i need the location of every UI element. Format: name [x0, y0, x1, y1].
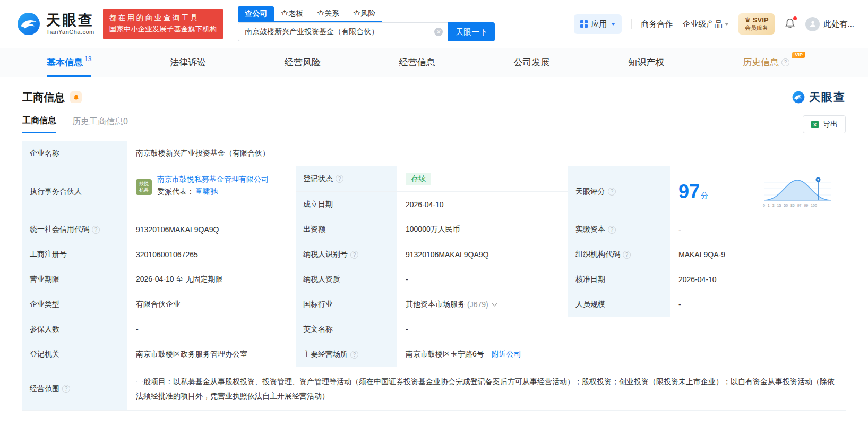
- help-icon[interactable]: ?: [608, 188, 616, 196]
- registry-label: 登记机关: [22, 342, 127, 367]
- help-icon[interactable]: ?: [608, 226, 616, 234]
- tax-quality-label: 纳税人资质: [296, 267, 397, 292]
- tab-history-info[interactable]: 历史信息 ? VIP: [743, 48, 789, 77]
- tab-basic-info[interactable]: 基本信息 13: [47, 48, 91, 77]
- industry-label: 国标行业: [296, 292, 397, 317]
- company-name-label: 企业名称: [22, 141, 127, 166]
- org-code-value: MAKAL9QA-9: [670, 242, 846, 267]
- status-label: 登记状态?: [296, 166, 397, 191]
- banner-line2: 国家中小企业发展子基金旗下机构: [109, 24, 217, 35]
- banner-line1: 都在用的商业查询工具: [109, 13, 217, 24]
- rep-person-link[interactable]: 童啸驰: [195, 187, 218, 197]
- apps-grid-icon: [580, 20, 588, 28]
- wave-logo-icon: [792, 90, 805, 104]
- search-tab-company[interactable]: 查公司: [238, 6, 274, 22]
- partner-middle-block: 登记状态? 存续 成立日期 2026-04-10: [296, 166, 568, 217]
- company-nav-tabs: 基本信息 13 法律诉讼 经营风险 经营信息 公司发展 知识产权 历史信息 ? …: [0, 48, 868, 77]
- excel-icon: X: [811, 120, 819, 129]
- svip-sublabel: 会员服务: [745, 24, 769, 32]
- fund-label: 出资额: [296, 217, 397, 242]
- rep-label: 委派代表：: [157, 187, 194, 197]
- chevron-down-icon[interactable]: [492, 301, 497, 306]
- help-icon[interactable]: ?: [781, 58, 789, 66]
- help-icon[interactable]: ?: [350, 351, 358, 359]
- table-row: 登记机关 南京市鼓楼区政务服务管理办公室 主要经营场所? 南京市鼓楼区玉宁路6号…: [22, 342, 846, 367]
- chevron-down-icon: [725, 23, 729, 26]
- search-area: 查公司 查老板 查关系 查风险 ✕ 天眼一下: [238, 6, 495, 41]
- search-input[interactable]: [238, 22, 448, 41]
- svip-membership-button[interactable]: ♛ SVIP 会员服务: [738, 13, 775, 35]
- scope-label: 经营范围?: [22, 367, 127, 410]
- section-header: 工商信息 天眼查: [0, 77, 868, 105]
- business-cooperation-link[interactable]: 商务合作: [641, 19, 673, 29]
- sub-tabs: 工商信息 历史工商信息0 X 导出: [0, 105, 868, 133]
- tab-legal-litigation[interactable]: 法律诉讼: [170, 48, 206, 77]
- nearby-companies-link[interactable]: 附近公司: [492, 350, 521, 359]
- established-value: 2026-04-10: [397, 192, 568, 217]
- user-account-button[interactable]: 此处有...: [805, 17, 854, 31]
- apps-menu-button[interactable]: 应用: [574, 14, 622, 34]
- tab-operation-risk[interactable]: 经营风险: [285, 48, 321, 77]
- help-icon[interactable]: ?: [350, 251, 358, 259]
- search-tab-relation[interactable]: 查关系: [310, 6, 346, 22]
- table-row: 营业期限 2026-04-10 至 无固定期限 纳税人资质 - 核准日期 202…: [22, 267, 846, 292]
- subscribe-bell-icon[interactable]: [70, 91, 82, 103]
- username: 此处有...: [823, 19, 854, 29]
- partner-cell: 鼓悦 私募 南京市鼓悦私募基金管理有限公司 委派代表： 童啸驰: [127, 166, 296, 217]
- score-chart: 0 1 3 15 50 85 97 99 100: [762, 176, 833, 207]
- watermark-brand: 天眼查: [792, 90, 846, 105]
- search-button[interactable]: 天眼一下: [448, 22, 495, 41]
- table-row: 经营范围? 一般项目：以私募基金从事股权投资、投资管理、资产管理等活动（须在中国…: [22, 367, 846, 411]
- english-name-label: 英文名称: [296, 317, 397, 342]
- logo-domain-text: TianYanCha.com: [46, 29, 94, 35]
- credit-code-label: 统一社会信用代码?: [22, 217, 127, 242]
- tab-basic-info-label: 基本信息: [47, 56, 83, 69]
- wave-logo-icon: [16, 11, 41, 37]
- svg-text:X: X: [813, 122, 817, 128]
- enterprise-product-link[interactable]: 企业级产品: [683, 19, 729, 29]
- notification-dot: [793, 16, 797, 20]
- industry-value: 其他资本市场服务 (J679): [397, 292, 568, 317]
- tab-company-development[interactable]: 公司发展: [513, 48, 549, 77]
- table-row: 参保人数 - 英文名称 -: [22, 317, 846, 342]
- partner-company-link[interactable]: 南京市鼓悦私募基金管理有限公司: [157, 173, 269, 186]
- help-icon[interactable]: ?: [623, 251, 631, 259]
- notification-bell-icon[interactable]: [784, 18, 796, 31]
- search-tab-risk[interactable]: 查风险: [346, 6, 382, 22]
- partner-logo-line2: 私募: [139, 187, 149, 193]
- top-header: 天眼查 TianYanCha.com 都在用的商业查询工具 国家中小企业发展子基…: [0, 0, 868, 48]
- credit-code-value: 91320106MAKAL9QA9Q: [127, 217, 296, 242]
- export-button[interactable]: X 导出: [803, 115, 846, 133]
- section-title: 工商信息: [22, 90, 65, 105]
- status-badge: 存续: [406, 173, 431, 185]
- approval-date-value: 2026-04-10: [670, 267, 846, 292]
- tab-operation-info[interactable]: 经营信息: [399, 48, 435, 77]
- score-value[interactable]: 97分: [678, 181, 708, 203]
- reg-no-label: 工商注册号: [22, 242, 127, 267]
- insured-label: 参保人数: [22, 317, 127, 342]
- address-text: 南京市鼓楼区玉宁路6号: [406, 350, 484, 359]
- paid-capital-value: -: [670, 217, 846, 242]
- tab-intellectual-property[interactable]: 知识产权: [628, 48, 664, 77]
- search-tab-boss[interactable]: 查老板: [274, 6, 310, 22]
- apps-label: 应用: [591, 19, 607, 29]
- divider: [631, 19, 632, 29]
- business-place-value: 南京市鼓楼区玉宁路6号 附近公司: [397, 342, 846, 367]
- tax-quality-value: -: [397, 267, 568, 292]
- help-icon[interactable]: ?: [92, 226, 100, 234]
- help-icon[interactable]: ?: [336, 175, 343, 183]
- subtab-history-business-info[interactable]: 历史工商信息0: [72, 116, 128, 133]
- export-label: 导出: [823, 120, 838, 129]
- staff-size-value: -: [670, 292, 846, 317]
- score-label: 天眼评分?: [568, 166, 670, 217]
- help-icon[interactable]: ?: [62, 385, 70, 393]
- svip-label: SVIP: [753, 16, 769, 24]
- established-label: 成立日期: [296, 192, 397, 217]
- subtab-business-info[interactable]: 工商信息: [22, 115, 56, 133]
- tab-basic-info-count: 13: [84, 55, 91, 63]
- term-label: 营业期限: [22, 267, 127, 292]
- english-name-value: -: [397, 317, 846, 342]
- table-row: 企业名称 南京鼓楼新兴产业投资基金（有限合伙）: [22, 141, 846, 166]
- tianyancha-logo[interactable]: 天眼查 TianYanCha.com: [16, 11, 94, 37]
- status-value: 存续: [397, 166, 568, 191]
